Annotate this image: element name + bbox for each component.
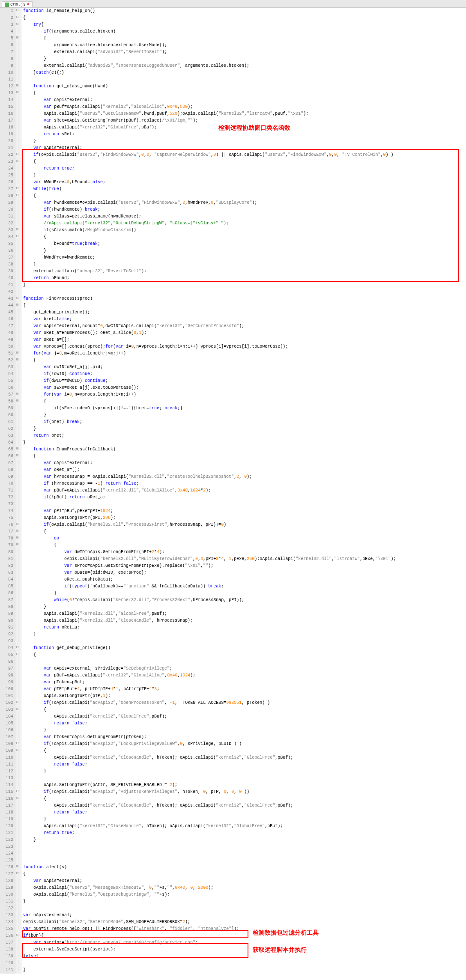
fold-marker[interactable] (15, 843, 21, 850)
fold-marker[interactable] (15, 110, 21, 117)
code-line[interactable]: var pToken=pBuf; (23, 679, 466, 686)
fold-marker[interactable] (15, 460, 21, 467)
code-line[interactable]: { (23, 795, 466, 802)
code-line[interactable] (23, 76, 466, 83)
code-line[interactable]: var dwID=oRet_a[j].pid; (23, 364, 466, 371)
code-line[interactable]: if(!hwndRemote) break; (23, 206, 466, 213)
fold-marker[interactable] (15, 487, 21, 494)
fold-marker[interactable] (15, 453, 21, 460)
fold-marker[interactable] (15, 912, 21, 919)
code-line[interactable]: var oApis=external; (23, 97, 466, 104)
fold-marker[interactable] (15, 467, 21, 474)
fold-marker[interactable] (15, 158, 21, 165)
code-line[interactable]: while(0!=oApis.callapi("kernel32.dll","P… (23, 597, 466, 604)
code-line[interactable] (23, 638, 466, 645)
code-line[interactable] (23, 857, 466, 864)
fold-marker[interactable] (15, 247, 21, 254)
code-line[interactable]: } (23, 172, 466, 179)
code-line[interactable]: var oRet_a=[]; (23, 467, 466, 474)
fold-marker[interactable] (15, 254, 21, 261)
code-line[interactable]: } (23, 631, 466, 638)
fold-marker[interactable] (15, 152, 21, 158)
fold-marker[interactable] (15, 617, 21, 624)
code-line[interactable]: oApis.callapi("kernel32","CloseHandle", … (23, 754, 466, 761)
code-line[interactable]: var oData={pid:dwID, exe:sProc}; (23, 569, 466, 576)
fold-marker[interactable] (15, 124, 21, 131)
code-line[interactable]: } (23, 439, 466, 446)
fold-marker[interactable] (15, 700, 21, 706)
code-line[interactable] (23, 850, 466, 857)
fold-marker[interactable] (15, 754, 21, 761)
fold-marker[interactable] (15, 220, 21, 227)
fold-marker[interactable] (15, 960, 21, 967)
code-line[interactable]: if(dwID==dwCID) continue; (23, 378, 466, 384)
code-line[interactable]: }catch(e){;} (23, 69, 466, 76)
fold-marker[interactable] (15, 837, 21, 843)
code-line[interactable]: oApis.SetLongToPtr(pTP,1); (23, 693, 466, 700)
code-line[interactable]: function EnumProcess(fnCallback) (23, 446, 466, 453)
code-line[interactable]: { (23, 158, 466, 165)
fold-marker[interactable] (15, 165, 21, 172)
code-line[interactable]: var pPI=pBuf,pExe=pPI+1024; (23, 508, 466, 515)
code-line[interactable]: } (23, 261, 466, 268)
fold-marker[interactable] (15, 631, 21, 638)
code-line[interactable] (23, 501, 466, 508)
code-line[interactable]: for(var i=0,n=vprocs.length;i<n;i++) (23, 391, 466, 398)
code-line[interactable]: return false; (23, 809, 466, 816)
fold-marker[interactable] (15, 946, 21, 953)
code-area[interactable]: function is_remote_help_on(){ try{ if(!a… (21, 8, 466, 974)
code-line[interactable]: if(!oApis.callapi("advapi32","OpenProces… (23, 700, 466, 706)
code-line[interactable] (23, 843, 466, 850)
close-icon[interactable]: × (27, 2, 30, 7)
code-line[interactable]: var sClass=get_class_name(hwndRemote); (23, 213, 466, 220)
fold-marker[interactable] (15, 117, 21, 124)
code-line[interactable]: return bret; (23, 432, 466, 439)
fold-marker[interactable] (15, 809, 21, 816)
fold-marker[interactable] (15, 919, 21, 926)
code-line[interactable]: external.SvcExecScript(sscript); (23, 946, 466, 953)
fold-marker[interactable] (15, 398, 21, 405)
code-line[interactable]: } (23, 590, 466, 597)
code-line[interactable]: if(!oApis.callapi("advapi32","LookupPriv… (23, 741, 466, 748)
code-line[interactable]: var pBuf=oApis.callapi("kernel32","Globa… (23, 672, 466, 679)
code-line[interactable]: } (23, 247, 466, 254)
fold-marker[interactable] (15, 658, 21, 665)
fold-marker[interactable] (15, 193, 21, 200)
code-line[interactable]: { (23, 90, 466, 97)
code-line[interactable]: //oApis.callapi("kernel32","OutputDebugS… (23, 220, 466, 227)
fold-marker[interactable] (15, 76, 21, 83)
fold-marker[interactable] (15, 439, 21, 446)
fold-marker[interactable] (15, 905, 21, 912)
code-line[interactable]: } (23, 426, 466, 432)
code-line[interactable]: if(bOn){ (23, 932, 466, 939)
code-line[interactable]: var pTP=pBuf+4, pLUID=pTP+4*1, pAttr=pTP… (23, 686, 466, 693)
code-line[interactable]: return true; (23, 830, 466, 837)
code-line[interactable]: oApis.SetLongToPtr(pAttr, SE_PRIVILEGE_E… (23, 782, 466, 789)
fold-marker[interactable] (15, 83, 21, 90)
code-line[interactable]: { (23, 234, 466, 241)
fold-marker[interactable] (15, 412, 21, 419)
code-line[interactable]: var sRet=oApis.GetStringFromPtr(pBuf).re… (23, 117, 466, 124)
code-line[interactable]: hWndPrev=hwndRemote; (23, 254, 466, 261)
fold-marker[interactable] (15, 172, 21, 179)
fold-marker[interactable] (15, 391, 21, 398)
fold-marker[interactable] (15, 302, 21, 309)
fold-marker[interactable] (15, 69, 21, 76)
fold-marker[interactable] (15, 432, 21, 439)
fold-marker[interactable] (15, 926, 21, 932)
code-line[interactable]: var bOn=is_remote_help_on() || FindProce… (23, 926, 466, 932)
code-line[interactable] (23, 658, 466, 665)
fold-marker[interactable] (15, 15, 21, 21)
fold-marker[interactable] (15, 295, 21, 302)
fold-marker[interactable] (15, 56, 21, 63)
fold-marker[interactable] (15, 145, 21, 152)
fold-marker[interactable] (15, 309, 21, 316)
code-line[interactable]: } (23, 816, 466, 823)
code-line[interactable]: if(!dwID) continue; (23, 371, 466, 378)
code-line[interactable]: if(typeof(fnCallback)=="function" && fnC… (23, 583, 466, 590)
fold-marker[interactable] (15, 42, 21, 49)
fold-marker[interactable] (15, 576, 21, 583)
code-line[interactable]: } (23, 604, 466, 611)
fold-marker[interactable] (15, 624, 21, 631)
fold-marker[interactable] (15, 350, 21, 357)
